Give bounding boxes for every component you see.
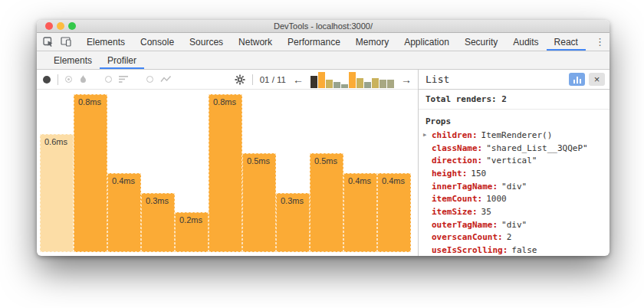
expand-arrow-icon[interactable]: ▶ <box>423 132 432 138</box>
commit-bar-label: 0.4ms <box>382 176 405 185</box>
snapshot-bar[interactable] <box>318 72 325 88</box>
prop-value: 150 <box>471 169 486 179</box>
prop-value: 35 <box>481 207 491 217</box>
prop-key: itemSize: <box>432 207 478 217</box>
flame-icon <box>79 74 87 84</box>
commit-bar-label: 0.5ms <box>247 156 270 165</box>
devtools-tool-icons <box>43 33 76 51</box>
prop-row: innerTagName:"div" <box>419 180 610 193</box>
title-bar[interactable]: DevTools - localhost:3000/ <box>37 20 610 33</box>
prop-key: outerTagName: <box>432 220 498 230</box>
interactions-chart-icon <box>160 75 172 84</box>
flamegraph-view-radio[interactable] <box>65 76 72 83</box>
prop-row: className:"shared_List__3QQeP" <box>419 142 610 155</box>
snapshot-strip[interactable] <box>310 72 394 88</box>
bar-chart-icon <box>577 77 578 84</box>
prop-row: direction:"vertical" <box>419 154 610 167</box>
tab-console[interactable]: Console <box>133 33 182 51</box>
snapshot-bar[interactable] <box>334 82 340 88</box>
sub-tabs-container: ElementsProfiler <box>46 51 144 69</box>
prop-value: 2 <box>507 232 512 242</box>
close-window-button[interactable] <box>45 22 53 30</box>
snapshot-bar-selected[interactable] <box>310 76 317 88</box>
record-button[interactable] <box>43 76 51 84</box>
prop-key: direction: <box>432 156 482 165</box>
tab-audits[interactable]: Audits <box>505 33 546 51</box>
commit-bar[interactable]: 0.4ms <box>107 173 141 252</box>
kebab-menu-icon[interactable]: ⋮ <box>589 33 610 51</box>
profiler-toolbar: 01 / 11 ← → <box>37 70 418 90</box>
selected-component-name: List <box>426 74 449 85</box>
tab-performance[interactable]: Performance <box>280 33 348 51</box>
snapshot-bar[interactable] <box>326 80 333 88</box>
render-chart-toggle-button[interactable] <box>569 73 585 86</box>
prop-row: useIsScrolling:false <box>419 244 610 256</box>
commit-bar[interactable]: 0.4ms <box>377 173 411 252</box>
commit-bar[interactable]: 0.5ms <box>242 153 276 252</box>
snapshot-bar[interactable] <box>356 78 363 88</box>
snapshot-bar[interactable] <box>372 78 379 88</box>
commit-bar[interactable]: 0.6ms <box>40 134 74 252</box>
tab-security[interactable]: Security <box>457 33 505 51</box>
prop-value: "vertical" <box>486 156 537 165</box>
window-title: DevTools - localhost:3000/ <box>274 21 373 31</box>
traffic-lights <box>45 22 76 30</box>
next-snapshot-button[interactable]: → <box>401 74 412 85</box>
prop-value: "div" <box>501 182 527 192</box>
ranked-view-radio[interactable] <box>105 76 112 83</box>
prop-key: children: <box>432 130 478 140</box>
tab-sources[interactable]: Sources <box>182 33 231 51</box>
commit-bar[interactable]: 0.3ms <box>276 193 310 252</box>
subtab-elements[interactable]: Elements <box>46 51 100 69</box>
commit-bar[interactable]: 0.2ms <box>175 212 209 252</box>
prop-row: overscanCount:2 <box>419 231 610 244</box>
close-icon: × <box>594 74 600 85</box>
profiler-content: 01 / 11 ← → 0.6ms0.8ms0.4ms0.3ms0.2ms0.8… <box>37 70 610 256</box>
prop-row: itemSize:35 <box>419 205 610 218</box>
commit-bar[interactable]: 0.5ms <box>310 153 343 252</box>
inspect-element-icon[interactable] <box>43 37 54 48</box>
prop-value: "div" <box>501 220 527 230</box>
commit-bar[interactable]: 0.8ms <box>74 94 107 252</box>
prop-key: height: <box>432 169 467 179</box>
commit-bar-label: 0.6ms <box>44 137 67 146</box>
settings-gear-icon[interactable] <box>235 74 245 85</box>
zoom-window-button[interactable] <box>68 22 76 30</box>
tab-memory[interactable]: Memory <box>348 33 396 51</box>
snapshot-bar[interactable] <box>364 82 371 88</box>
snapshot-bar[interactable] <box>387 80 394 88</box>
snapshot-counter: 01 / 11 <box>260 75 286 84</box>
commit-bar-label: 0.8ms <box>213 97 236 106</box>
tab-elements[interactable]: Elements <box>79 33 133 51</box>
snapshot-bar[interactable] <box>341 84 348 88</box>
tab-application[interactable]: Application <box>396 33 457 51</box>
commit-bar[interactable]: 0.3ms <box>141 193 175 252</box>
device-toolbar-icon[interactable] <box>61 37 71 47</box>
tab-react[interactable]: React <box>547 33 586 51</box>
props-section-header: Props <box>419 110 610 129</box>
prop-key: itemCount: <box>432 194 482 204</box>
interactions-view-radio[interactable] <box>146 76 153 83</box>
commit-bar-label: 0.3ms <box>146 196 169 205</box>
ranked-chart-icon <box>119 75 129 84</box>
component-details-panel: List × Total renders: 2 Props ▶children:… <box>419 70 610 256</box>
main-tabs-container: ElementsConsoleSourcesNetworkPerformance… <box>79 33 586 51</box>
prop-key: overscanCount: <box>432 232 503 242</box>
bar-chart-icon <box>580 79 581 84</box>
subtab-profiler[interactable]: Profiler <box>100 51 144 69</box>
close-panel-button[interactable]: × <box>589 73 605 86</box>
devtools-tab-bar: ElementsConsoleSourcesNetworkPerformance… <box>37 33 610 51</box>
prev-snapshot-button[interactable]: ← <box>293 74 304 85</box>
details-panel-header: List × <box>419 70 610 90</box>
commit-bar-label: 0.4ms <box>112 176 135 185</box>
snapshot-bar[interactable] <box>380 80 386 88</box>
commit-bar[interactable]: 0.4ms <box>343 173 377 252</box>
minimize-window-button[interactable] <box>57 22 64 30</box>
snapshot-bar[interactable] <box>349 72 356 88</box>
tab-network[interactable]: Network <box>231 33 280 51</box>
prop-row: itemCount:1000 <box>419 192 610 205</box>
bar-chart-icon <box>573 80 575 84</box>
commit-bar[interactable]: 0.8ms <box>209 94 242 252</box>
divider <box>58 74 58 85</box>
devtools-window: DevTools - localhost:3000/ ElementsConso… <box>37 20 610 256</box>
